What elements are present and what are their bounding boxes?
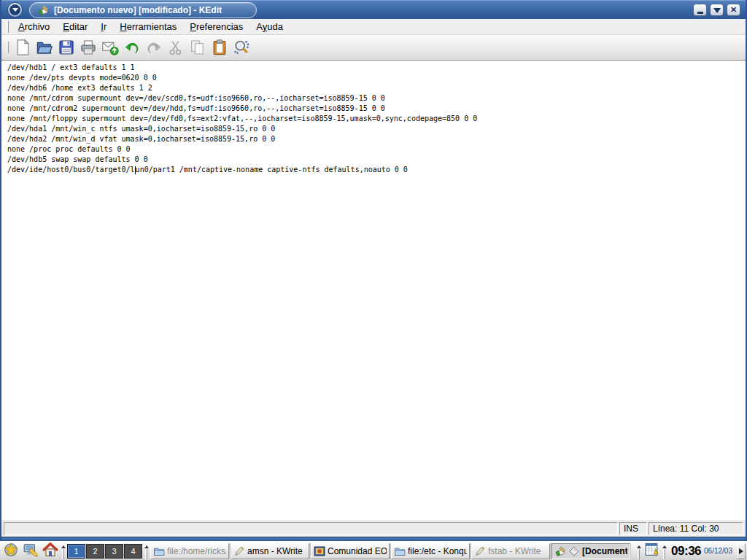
desktop-pager: 1234 (67, 544, 142, 559)
kedit-window: [Documento nuevo] [modificado] - KEdit ✕… (0, 0, 747, 541)
browser-icon (314, 545, 325, 557)
taskbar-handle[interactable] (144, 543, 149, 559)
save-icon (58, 39, 75, 56)
close-icon: ✕ (730, 6, 737, 14)
arrow-right-icon (739, 548, 746, 554)
kedit-icon (37, 4, 49, 16)
k-menu-button[interactable] (1, 542, 20, 560)
new-document-icon (14, 39, 31, 56)
status-bar: INS Línea: 11 Col: 30 (1, 519, 746, 537)
panel-clock[interactable]: 09:36 06/12/03 (668, 544, 735, 559)
editor-line-3[interactable]: /dev/hdb6 /home ext3 defaults 1 2 (7, 83, 746, 93)
menubar-grip[interactable] (7, 21, 9, 33)
window-menu-icon (9, 4, 20, 15)
desktop-3-button[interactable]: 3 (105, 544, 123, 559)
text-caret (135, 166, 136, 174)
status-message-panel (4, 522, 618, 535)
task-button[interactable]: amsn - KWrite (231, 543, 309, 559)
organizer-alarm-icon (644, 542, 659, 560)
systray-handle[interactable] (636, 543, 641, 559)
kwrite-icon (474, 545, 486, 557)
window-menu-button[interactable] (7, 2, 23, 18)
editor-line-9[interactable]: none /proc proc defaults 0 0 (7, 144, 746, 155)
task-button[interactable]: Comunidad EOI (311, 543, 390, 559)
task-label: file:/etc - Konqu (408, 546, 467, 556)
task-button[interactable]: [Document (551, 543, 630, 559)
editor-line-7[interactable]: /dev/hda1 /mnt/win_c ntfs umask=0,iochar… (7, 124, 746, 134)
cut-icon (167, 39, 185, 56)
open-folder-icon (36, 39, 53, 56)
find-icon (233, 39, 250, 56)
menu-ayuda[interactable]: Ayuda (249, 20, 290, 34)
task-label: Comunidad EOI (328, 546, 387, 556)
task-label: amsn - KWrite (247, 546, 303, 556)
editor-line-2[interactable]: none /dev/pts devpts mode=0620 0 0 (7, 73, 746, 83)
undo-icon (123, 39, 141, 56)
kwrite-icon (233, 545, 245, 557)
menu-preferencias[interactable]: Preferencias (183, 20, 249, 34)
maximize-icon (713, 8, 721, 17)
editor-area[interactable]: /dev/hdb1 / ext3 defaults 1 1none /dev/p… (1, 60, 746, 519)
kedit-icon (554, 545, 566, 557)
editor-line-4[interactable]: none /mnt/cdrom supermount dev=/dev/scd0… (7, 93, 746, 104)
cut-button (165, 36, 187, 58)
home-icon (42, 542, 58, 560)
menu-editar[interactable]: Editar (56, 20, 94, 34)
panel-hide-button[interactable] (737, 543, 746, 559)
maximize-button[interactable] (710, 4, 724, 16)
menu-herramientas[interactable]: Herramientas (113, 20, 183, 34)
organizer-alarm-tray-icon[interactable] (643, 542, 660, 560)
print-button[interactable] (77, 36, 99, 58)
insert-mode-indicator: INS (619, 522, 647, 535)
menu-archivo[interactable]: Archivo (12, 20, 56, 34)
minimize-button[interactable] (693, 4, 707, 16)
save-button[interactable] (55, 36, 77, 58)
window-controls: ✕ (693, 4, 740, 16)
desktop-4-button[interactable]: 4 (124, 544, 142, 559)
toolbar-grip[interactable] (7, 42, 9, 53)
mail-send-icon (101, 39, 119, 56)
menu-bar: ArchivoEditarIrHerramientasPreferenciasA… (1, 19, 746, 35)
pager-handle[interactable] (61, 543, 66, 559)
undo-button[interactable] (121, 36, 143, 58)
konqueror-folder-icon (153, 545, 165, 557)
task-button[interactable]: file:/home/ricks/ (150, 543, 229, 559)
task-button[interactable]: fstab - KWrite (471, 543, 550, 559)
cursor-position-indicator: Línea: 11 Col: 30 (649, 522, 743, 535)
copy-button (187, 36, 209, 58)
redo-button (143, 36, 165, 58)
diamond-icon (568, 545, 580, 557)
clock-time: 09:36 (671, 544, 701, 559)
clock-date: 06/12/03 (704, 547, 732, 555)
find-button[interactable] (231, 36, 252, 58)
paste-button[interactable] (209, 36, 231, 58)
paste-icon (211, 39, 228, 56)
editor-line-11[interactable]: /dev/ide/host0/bus0/target0/lun0/part1 /… (7, 165, 746, 175)
desktop-1-button[interactable]: 1 (67, 544, 85, 559)
menu-ir[interactable]: Ir (94, 20, 113, 34)
window-title: [Documento nuevo] [modificado] - KEdit (54, 5, 222, 15)
kmenu-icon (3, 542, 19, 560)
editor-line-10[interactable]: /dev/hdb5 swap swap defaults 0 0 (7, 155, 746, 165)
titlebar-pill: [Documento nuevo] [modificado] - KEdit (29, 2, 257, 18)
minimize-icon (697, 12, 703, 14)
task-label: fstab - KWrite (488, 546, 541, 556)
editor-line-5[interactable]: none /mnt/cdrom2 supermount dev=/dev/hdd… (7, 104, 746, 114)
new-document-button[interactable] (12, 36, 34, 58)
open-folder-button[interactable] (34, 36, 55, 58)
home-button[interactable] (41, 542, 59, 560)
task-label: [Document (582, 546, 627, 556)
kicker-panel: 1234 file:/home/ricks/amsn - KWriteComun… (0, 541, 747, 560)
mail-send-button[interactable] (99, 36, 121, 58)
editor-line-6[interactable]: none /mnt/floppy supermount dev=/dev/fd0… (7, 114, 746, 124)
desktop-2-button[interactable]: 2 (86, 544, 104, 559)
task-label: file:/home/ricks/ (167, 546, 226, 556)
clock-handle[interactable] (662, 543, 667, 559)
editor-line-8[interactable]: /dev/hda2 /mnt/win_d vfat umask=0,iochar… (7, 134, 746, 144)
titlebar[interactable]: [Documento nuevo] [modificado] - KEdit ✕ (1, 0, 746, 19)
close-button[interactable]: ✕ (727, 4, 740, 16)
task-button[interactable]: file:/etc - Konqu (391, 543, 470, 559)
show-desktop-button[interactable] (21, 542, 39, 560)
editor-line-1[interactable]: /dev/hdb1 / ext3 defaults 1 1 (7, 63, 746, 73)
show-desktop-icon (23, 542, 39, 560)
